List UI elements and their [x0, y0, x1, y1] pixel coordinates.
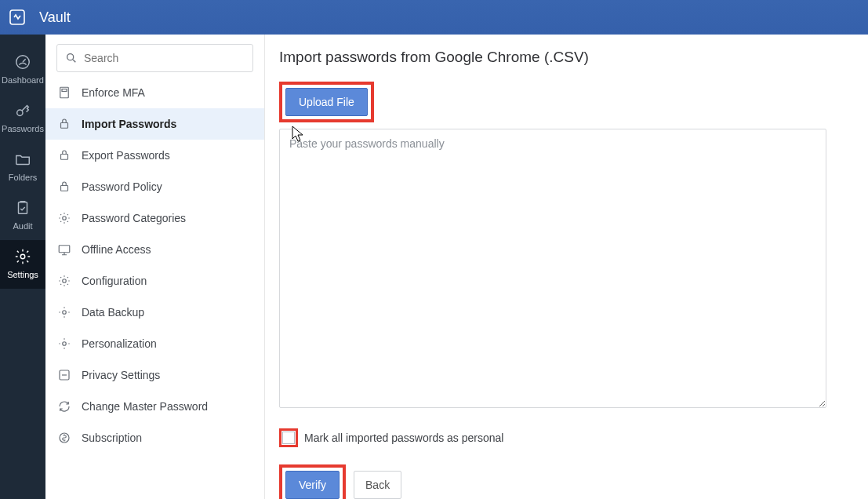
svg-rect-3: [19, 202, 27, 214]
lock-export-icon: [56, 148, 72, 163]
sm-item-privacy-settings[interactable]: Privacy Settings: [45, 359, 264, 391]
rail-item-audit[interactable]: Audit: [0, 191, 45, 240]
rail-item-folders[interactable]: Folders: [0, 143, 45, 191]
rail-item-passwords[interactable]: Passwords: [0, 94, 45, 143]
mfa-icon: [56, 85, 72, 100]
svg-point-4: [20, 254, 25, 259]
page-title: Import passwords from Google Chrome (.CS…: [279, 49, 843, 66]
privacy-icon: [56, 367, 72, 383]
sm-item-export-passwords[interactable]: Export Passwords: [45, 140, 264, 171]
sm-label: Personalization: [82, 337, 157, 350]
lock-import-icon: [56, 116, 72, 132]
svg-point-2: [17, 110, 23, 115]
config-icon: [56, 273, 72, 289]
checkbox-highlight: [279, 428, 298, 447]
sm-label: Import Passwords: [82, 118, 176, 130]
top-bar: Vault: [0, 0, 868, 35]
sm-item-import-passwords[interactable]: Import Passwords: [45, 108, 264, 140]
svg-rect-8: [61, 123, 68, 129]
sm-item-enforce-mfa[interactable]: Enforce MFA: [45, 77, 264, 108]
rail-label: Dashboard: [2, 75, 44, 85]
rail-label: Folders: [9, 173, 38, 182]
sm-item-personalization[interactable]: Personalization: [45, 328, 264, 359]
svg-point-5: [67, 54, 74, 60]
rail-label: Passwords: [2, 124, 44, 133]
personalization-icon: [56, 336, 72, 351]
sm-label: Export Passwords: [82, 149, 170, 162]
rail-item-dashboard[interactable]: Dashboard: [0, 46, 45, 94]
sm-item-offline-access[interactable]: Offline Access: [45, 234, 264, 265]
mark-personal-row: Mark all imported passwords as personal: [279, 428, 843, 447]
sm-label: Enforce MFA: [82, 86, 145, 99]
change-password-icon: [56, 399, 72, 414]
main-content: Import passwords from Google Chrome (.CS…: [265, 35, 868, 499]
key-icon: [14, 102, 31, 119]
svg-point-13: [63, 279, 67, 283]
rail-label: Settings: [7, 270, 38, 279]
sm-item-subscription[interactable]: Subscription: [45, 422, 264, 453]
svg-rect-10: [61, 186, 68, 191]
svg-rect-12: [59, 246, 70, 253]
subscription-icon: [56, 430, 72, 446]
sm-label: Subscription: [82, 432, 142, 444]
policy-icon: [56, 179, 72, 195]
mark-personal-checkbox[interactable]: [282, 432, 295, 444]
svg-rect-7: [62, 89, 67, 92]
app-title: Vault: [39, 9, 71, 26]
svg-point-15: [63, 342, 67, 346]
back-button[interactable]: Back: [354, 471, 401, 499]
categories-icon: [56, 210, 72, 226]
sm-label: Password Categories: [82, 212, 186, 224]
sm-item-password-policy[interactable]: Password Policy: [45, 171, 264, 202]
svg-point-14: [63, 311, 67, 315]
sm-item-password-categories[interactable]: Password Categories: [45, 202, 264, 234]
svg-point-11: [63, 217, 67, 220]
svg-rect-9: [61, 155, 68, 160]
sm-label: Offline Access: [82, 243, 151, 256]
offline-icon: [56, 242, 72, 257]
sm-label: Password Policy: [82, 180, 162, 193]
verify-highlight: Verify: [279, 464, 346, 499]
rail-item-settings[interactable]: Settings: [0, 240, 45, 289]
settings-submenu: Enforce MFA Import Passwords Export Pass…: [45, 35, 265, 499]
action-row: Verify Back: [279, 464, 843, 499]
upload-file-button[interactable]: Upload File: [285, 88, 368, 116]
folder-icon: [14, 151, 31, 168]
sm-label: Configuration: [82, 275, 147, 287]
gear-icon: [14, 248, 31, 265]
sm-item-change-master-password[interactable]: Change Master Password: [45, 391, 264, 422]
sm-item-configuration[interactable]: Configuration: [45, 265, 264, 297]
sm-label: Change Master Password: [82, 400, 208, 413]
sm-label: Data Backup: [82, 306, 144, 319]
paste-passwords-textarea[interactable]: [279, 129, 826, 408]
sm-item-data-backup[interactable]: Data Backup: [45, 297, 264, 328]
gauge-icon: [14, 53, 31, 71]
verify-button[interactable]: Verify: [285, 471, 340, 499]
sm-label: Privacy Settings: [82, 369, 160, 381]
search-box[interactable]: [56, 44, 253, 72]
search-icon: [65, 52, 78, 64]
mark-personal-label: Mark all imported passwords as personal: [304, 432, 503, 444]
backup-icon: [56, 304, 72, 320]
left-rail: Dashboard Passwords Folders Audit Settin…: [0, 35, 45, 499]
rail-label: Audit: [13, 221, 32, 231]
clipboard-check-icon: [14, 199, 31, 217]
search-input[interactable]: [84, 52, 245, 64]
app-logo-icon: [6, 6, 28, 28]
upload-highlight: Upload File: [279, 82, 374, 122]
